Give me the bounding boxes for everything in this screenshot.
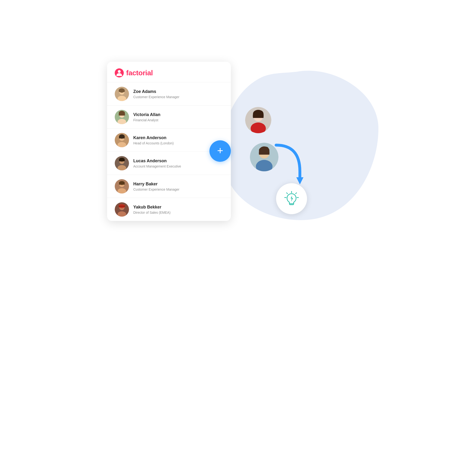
list-item[interactable]: Victoria Allan Financial Analyst [107,105,231,129]
employee-role: Financial Analyst [133,118,161,122]
plus-icon: + [217,145,223,156]
app-logo-text: factorial [126,69,153,77]
lightbulb-icon [283,190,300,207]
avatar [115,87,129,101]
svg-line-37 [296,193,297,194]
factorial-logo-icon [115,68,124,78]
svg-rect-26 [119,206,125,207]
employee-name: Harry Baker [133,182,179,186]
employee-role: Customer Experience Manager [133,95,179,99]
list-item[interactable]: Yakub Bekker Director of Sales (EMEA) [107,198,231,221]
employee-name: Karen Anderson [133,135,174,140]
app-header: factorial [107,62,231,82]
employee-info: Harry Baker Customer Experience Manager [133,182,179,191]
employee-name: Yakub Bekker [133,205,170,210]
employee-name: Victoria Allan [133,112,161,117]
employee-name: Lucas Anderson [133,158,181,163]
lightbulb-circle [276,183,307,214]
add-employee-button[interactable]: + [209,140,231,162]
employee-role: Customer Experience Manager [133,187,179,191]
list-item[interactable]: Zoe Adams Customer Experience Manager [107,82,231,105]
employee-info: Lucas Anderson Account Management Execut… [133,158,181,168]
main-scene: factorial Zoe Adams Cu [107,38,369,419]
floating-avatar-female [245,107,271,133]
avatar [115,179,129,193]
employee-info: Yakub Bekker Director of Sales (EMEA) [133,205,170,214]
svg-marker-35 [296,177,304,185]
employee-role: Director of Sales (EMEA) [133,211,170,214]
list-item[interactable]: Harry Baker Customer Experience Manager [107,175,231,198]
svg-point-1 [118,70,121,73]
floating-avatar-male [250,143,279,171]
employee-name: Zoe Adams [133,89,179,94]
employee-info: Karen Anderson Head of Accounts (London) [133,135,174,145]
avatar [115,202,129,217]
svg-line-39 [287,193,288,194]
employee-role: Head of Accounts (London) [133,141,174,145]
employee-info: Victoria Allan Financial Analyst [133,112,161,122]
avatar [115,133,129,147]
employee-info: Zoe Adams Customer Experience Manager [133,89,179,99]
avatar [115,110,129,124]
employee-role: Account Management Executive [133,164,181,168]
app-card: factorial Zoe Adams Cu [107,62,231,221]
avatar [115,156,129,170]
